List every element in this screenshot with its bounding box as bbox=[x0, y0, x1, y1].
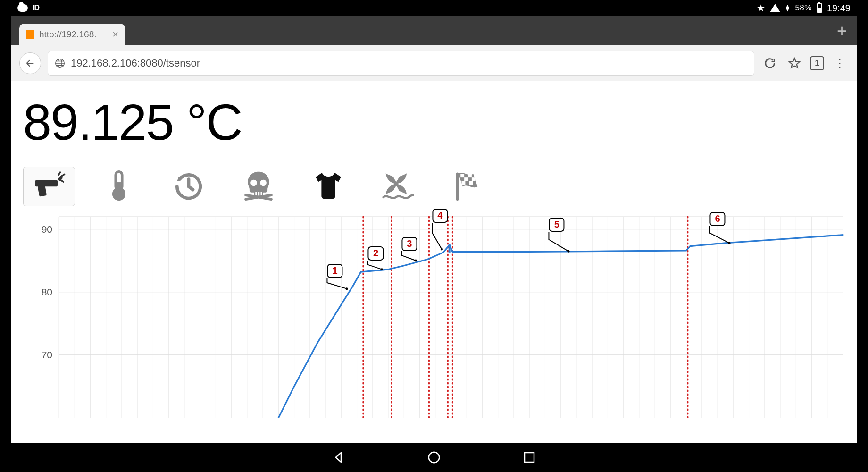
marker-button-skull[interactable] bbox=[233, 167, 284, 206]
y-tick-label: 80 bbox=[33, 287, 52, 298]
marker-button-whale-tail[interactable] bbox=[372, 167, 424, 206]
back-button[interactable] bbox=[19, 52, 41, 74]
svg-rect-7 bbox=[117, 182, 121, 192]
marker-button-finish-flag[interactable] bbox=[442, 167, 494, 206]
chart-annotation: 6 bbox=[710, 212, 726, 226]
temperature-chart: 7080901 2 3 4 5 6 bbox=[33, 215, 846, 418]
chart-annotation: 5 bbox=[549, 218, 565, 232]
marker-button-tshirt[interactable] bbox=[302, 167, 354, 206]
annotation-bubble: 4 bbox=[432, 209, 448, 223]
chart-annotation: 3 bbox=[401, 237, 417, 251]
marker-button-thermometer[interactable] bbox=[93, 167, 145, 206]
annotation-bubble: 6 bbox=[710, 212, 726, 226]
device-frame: ID ▲▼ 58% 19:49 http://192.168. × + bbox=[11, 0, 857, 472]
back-arrow-icon bbox=[25, 58, 35, 68]
android-nav-bar bbox=[11, 443, 857, 472]
battery-icon bbox=[817, 3, 822, 13]
clock: 19:49 bbox=[827, 3, 851, 14]
android-status-bar: ID ▲▼ 58% 19:49 bbox=[11, 0, 857, 16]
tab-close-button[interactable]: × bbox=[112, 29, 118, 40]
annotation-leader bbox=[547, 232, 571, 254]
pistol-icon bbox=[32, 169, 66, 204]
finish-flag-icon bbox=[451, 169, 485, 204]
svg-point-84 bbox=[415, 260, 417, 262]
svg-rect-12 bbox=[261, 192, 262, 196]
annotation-leader bbox=[325, 278, 349, 292]
thermometer-icon bbox=[102, 169, 136, 204]
tab-strip: http://192.168. × + bbox=[11, 16, 857, 45]
tabs-count-button[interactable]: 1 bbox=[810, 56, 824, 70]
svg-point-82 bbox=[346, 288, 348, 290]
svg-point-13 bbox=[324, 172, 333, 177]
skull-icon bbox=[242, 169, 275, 204]
y-tick-label: 90 bbox=[33, 224, 52, 235]
annotation-bubble: 5 bbox=[549, 218, 565, 232]
chart-annotation: 1 bbox=[327, 264, 342, 278]
tabs-count-value: 1 bbox=[815, 59, 819, 68]
id-notification-icon: ID bbox=[33, 4, 39, 12]
marker-button-timer[interactable] bbox=[163, 167, 215, 206]
svg-rect-14 bbox=[460, 174, 464, 177]
nav-recents-icon bbox=[522, 450, 536, 464]
svg-rect-10 bbox=[255, 192, 257, 196]
browser-chrome: http://192.168. × + 192.168.2.106:8080/t… bbox=[11, 16, 857, 81]
svg-point-83 bbox=[381, 268, 383, 270]
wifi-status-icon bbox=[770, 4, 780, 12]
svg-point-85 bbox=[441, 248, 443, 251]
nav-back-button[interactable] bbox=[331, 450, 346, 465]
cloud-notification-icon bbox=[17, 4, 28, 12]
svg-rect-89 bbox=[525, 453, 534, 462]
svg-rect-19 bbox=[469, 181, 473, 185]
page-content: 89.125 °C 7080901 2 3 4 5 6 bbox=[11, 81, 857, 443]
svg-rect-17 bbox=[472, 177, 476, 181]
reload-button[interactable] bbox=[761, 54, 779, 72]
favicon-icon bbox=[26, 30, 34, 39]
globe-icon bbox=[55, 58, 65, 68]
svg-point-88 bbox=[429, 452, 440, 463]
whale-tail-icon bbox=[381, 169, 415, 204]
address-bar[interactable]: 192.168.2.106:8080/tsensor bbox=[48, 51, 754, 76]
svg-point-9 bbox=[260, 180, 267, 186]
browser-tab[interactable]: http://192.168. × bbox=[19, 24, 125, 45]
annotation-bubble: 3 bbox=[401, 237, 417, 251]
svg-rect-18 bbox=[462, 181, 466, 185]
nav-home-icon bbox=[427, 450, 441, 464]
chart-annotation: 2 bbox=[368, 246, 384, 261]
marker-button-pistol[interactable] bbox=[23, 167, 75, 206]
svg-rect-15 bbox=[468, 174, 472, 177]
svg-rect-11 bbox=[258, 192, 259, 196]
annotation-leader bbox=[400, 251, 417, 263]
temperature-reading: 89.125 °C bbox=[23, 93, 848, 152]
annotation-bubble: 1 bbox=[327, 264, 342, 278]
bookmark-button[interactable] bbox=[785, 54, 803, 72]
svg-rect-16 bbox=[464, 177, 468, 181]
annotation-leader bbox=[430, 223, 443, 252]
browser-menu-button[interactable]: ⋮ bbox=[831, 54, 849, 72]
reload-icon bbox=[763, 57, 776, 70]
url-text: 192.168.2.106:8080/tsensor bbox=[71, 57, 200, 69]
annotation-leader bbox=[366, 261, 384, 272]
nav-home-button[interactable] bbox=[426, 450, 442, 465]
star-outline-icon bbox=[788, 57, 801, 70]
tab-title: http://192.168. bbox=[39, 29, 97, 40]
browser-toolbar: 192.168.2.106:8080/tsensor 1 ⋮ bbox=[11, 45, 857, 81]
new-tab-button[interactable]: + bbox=[837, 23, 847, 40]
kebab-icon: ⋮ bbox=[834, 56, 846, 71]
svg-point-87 bbox=[728, 242, 731, 244]
star-status-icon bbox=[757, 2, 765, 14]
nav-back-icon bbox=[332, 450, 346, 464]
timer-icon bbox=[172, 169, 206, 204]
marker-button-row bbox=[23, 167, 848, 206]
battery-percent: 58% bbox=[795, 3, 812, 13]
data-arrows-icon: ▲▼ bbox=[785, 5, 791, 11]
y-tick-label: 70 bbox=[33, 349, 52, 361]
annotation-leader bbox=[708, 226, 732, 246]
annotation-bubble: 2 bbox=[368, 246, 384, 261]
svg-point-86 bbox=[568, 250, 570, 253]
tshirt-icon bbox=[311, 169, 345, 204]
svg-rect-2 bbox=[35, 180, 58, 187]
nav-recents-button[interactable] bbox=[522, 450, 537, 465]
svg-point-8 bbox=[250, 180, 257, 186]
svg-rect-3 bbox=[38, 185, 47, 197]
chart-annotation: 4 bbox=[432, 209, 448, 223]
